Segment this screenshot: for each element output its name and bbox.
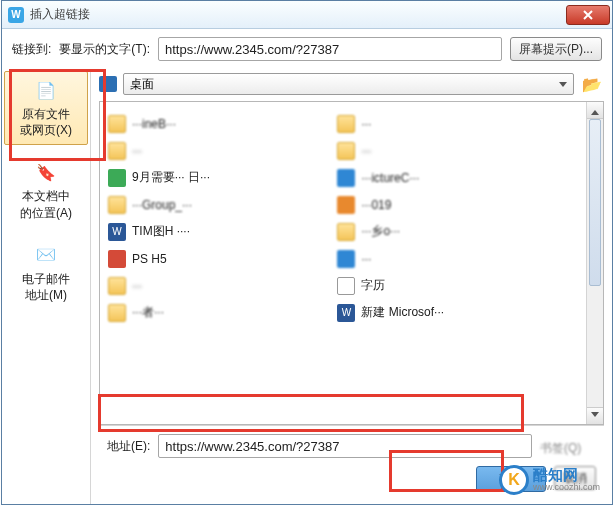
file-icon (108, 250, 126, 268)
close-icon (582, 10, 594, 20)
list-item[interactable]: ···Group_··· (104, 191, 333, 218)
sidebar-item-label: 原有文件 或网页(X) (20, 106, 72, 138)
sidebar-item-email[interactable]: ✉️ 电子邮件 地址(M) (4, 236, 88, 310)
list-item[interactable]: 字历 (333, 272, 562, 299)
text-icon (337, 277, 355, 295)
list-item[interactable]: PS H5 (104, 245, 333, 272)
scroll-down-button[interactable] (587, 407, 603, 424)
file-icon (337, 169, 355, 187)
mail-icon: ✉️ (34, 243, 58, 267)
folder-icon (108, 115, 126, 133)
list-item[interactable]: ··· (333, 245, 562, 272)
file-list-wrap: ···ineB··· ··· ··· ··· 9月需要··· 日··· ···i… (100, 102, 586, 424)
file-list[interactable]: ···ineB··· ··· ··· ··· 9月需要··· 日··· ···i… (100, 102, 586, 424)
address-label: 地址(E): (107, 438, 150, 455)
file-web-icon: 📄 (34, 78, 58, 102)
folder-icon (108, 304, 126, 322)
chevron-down-icon (591, 412, 599, 421)
dialog-window: W 插入超链接 链接到: 要显示的文字(T): 屏幕提示(P)... 📄 原有文… (1, 0, 613, 505)
file-browser: ···ineB··· ··· ··· ··· 9月需要··· 日··· ···i… (99, 101, 604, 425)
sidebar-item-existing-file[interactable]: 📄 原有文件 或网页(X) (4, 71, 88, 145)
sidebar-item-place-doc[interactable]: 🔖 本文档中 的位置(A) (4, 153, 88, 227)
desktop-icon (99, 76, 117, 92)
list-item[interactable]: ···ictureC··· (333, 164, 562, 191)
folder-icon (108, 196, 126, 214)
main-panel: 桌面 📂 ···ineB··· ··· ··· ··· 9月需要··· 日···… (91, 69, 612, 504)
word-icon (108, 223, 126, 241)
top-row: 链接到: 要显示的文字(T): 屏幕提示(P)... (2, 29, 612, 69)
list-item[interactable]: 新建 Microsof··· (333, 299, 562, 326)
look-in-dropdown[interactable]: 桌面 (123, 73, 574, 95)
folder-icon (337, 223, 355, 241)
folder-icon (108, 277, 126, 295)
address-row: 地址(E): 书签(Q) (107, 434, 596, 458)
list-item[interactable]: ···乡o··· (333, 218, 562, 245)
file-icon (337, 250, 355, 268)
scrollbar-track[interactable] (587, 119, 603, 407)
folder-open-icon: 📂 (582, 75, 602, 94)
list-item[interactable]: ···者··· (104, 299, 333, 326)
scroll-up-button[interactable] (587, 102, 603, 119)
right-links: 书签(Q) (540, 436, 596, 457)
chevron-up-icon (591, 106, 599, 115)
app-icon: W (8, 7, 24, 23)
vertical-scrollbar[interactable] (586, 102, 603, 424)
look-in-value: 桌面 (130, 76, 154, 93)
folder-icon (108, 142, 126, 160)
watermark-name: 酷知网 (533, 467, 600, 484)
sidebar-item-label: 本文档中 的位置(A) (20, 188, 72, 220)
link-to-sidebar: 📄 原有文件 或网页(X) 🔖 本文档中 的位置(A) ✉️ 电子邮件 地址(M… (2, 69, 91, 504)
close-button[interactable] (566, 5, 610, 25)
title-bar: W 插入超链接 (2, 1, 612, 29)
list-item[interactable]: ··· (104, 137, 333, 164)
link-to-label: 链接到: (12, 41, 51, 58)
word-icon (337, 304, 355, 322)
file-icon (108, 169, 126, 187)
list-item[interactable]: TIM图H ···· (104, 218, 333, 245)
folder-icon (337, 115, 355, 133)
list-item[interactable]: ···019 (333, 191, 562, 218)
browse-folder-button[interactable]: 📂 (580, 73, 604, 95)
list-item[interactable]: ··· (104, 272, 333, 299)
scrollbar-thumb[interactable] (589, 119, 601, 286)
screen-tip-button[interactable]: 屏幕提示(P)... (510, 37, 602, 61)
window-title: 插入超链接 (30, 6, 566, 23)
watermark: K 酷知网 www.coozhi.com (499, 465, 600, 495)
file-icon (337, 196, 355, 214)
bookmark-icon: 🔖 (34, 160, 58, 184)
location-row: 桌面 📂 (99, 73, 604, 95)
list-item[interactable]: 9月需要··· 日··· (104, 164, 333, 191)
address-input[interactable] (158, 434, 532, 458)
display-text-label: 要显示的文字(T): (59, 41, 150, 58)
bookmark-button[interactable]: 书签(Q) (540, 440, 581, 457)
list-item[interactable]: ··· (333, 137, 562, 164)
watermark-url: www.coozhi.com (533, 483, 600, 493)
list-item[interactable]: ···ineB··· (104, 110, 333, 137)
sidebar-item-label: 电子邮件 地址(M) (22, 271, 70, 303)
display-text-input[interactable] (158, 37, 502, 61)
watermark-icon: K (499, 465, 529, 495)
list-item[interactable]: ··· (333, 110, 562, 137)
folder-icon (337, 142, 355, 160)
dialog-body: 📄 原有文件 或网页(X) 🔖 本文档中 的位置(A) ✉️ 电子邮件 地址(M… (2, 69, 612, 504)
